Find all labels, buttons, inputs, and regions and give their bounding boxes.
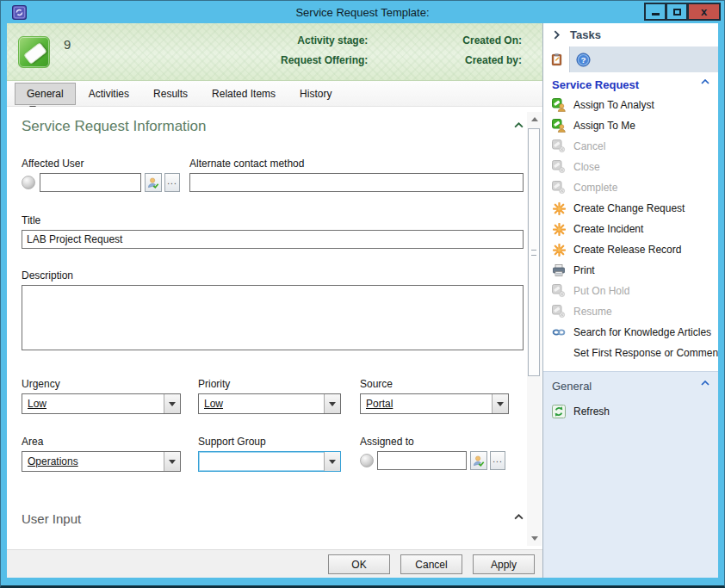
user-input-collapse-button[interactable] bbox=[514, 514, 524, 520]
description-label: Description bbox=[22, 269, 524, 282]
title-input[interactable] bbox=[22, 230, 524, 249]
tasks-title: Tasks bbox=[570, 28, 601, 41]
tab-general[interactable]: General bbox=[15, 83, 76, 105]
task-resume: Resume bbox=[543, 301, 718, 322]
task-icon bbox=[552, 222, 566, 236]
task-print[interactable]: Print bbox=[543, 260, 718, 281]
task-assign-to-analyst[interactable]: Assign To Analyst bbox=[543, 95, 718, 115]
person-check-icon bbox=[473, 455, 486, 467]
task-label: Create Incident bbox=[573, 223, 643, 235]
support-group-dropdown-arrow[interactable] bbox=[324, 452, 340, 471]
service-request-task-section: Service Request bbox=[543, 72, 718, 371]
close-button[interactable]: x bbox=[687, 3, 721, 21]
description-textarea[interactable] bbox=[22, 285, 524, 350]
minimize-button[interactable] bbox=[644, 3, 666, 21]
task-icon bbox=[552, 263, 566, 277]
task-icon bbox=[552, 119, 566, 133]
task-icon bbox=[552, 405, 566, 418]
assigned-to-picker-button[interactable] bbox=[470, 451, 487, 470]
section-collapse-button[interactable] bbox=[514, 122, 524, 128]
task-label: Print bbox=[573, 264, 595, 276]
urgency-label: Urgency bbox=[22, 378, 181, 390]
general-collapse-button[interactable] bbox=[701, 381, 710, 386]
triangle-down-icon bbox=[531, 536, 538, 541]
task-create-incident[interactable]: Create Incident bbox=[543, 219, 718, 239]
section-heading-service-request-information: Service Request Information bbox=[22, 118, 524, 135]
source-dropdown[interactable]: Portal bbox=[360, 393, 509, 414]
task-set-first-response-or-comment[interactable]: Set First Response or Comment bbox=[543, 343, 718, 363]
help-button[interactable]: ? bbox=[570, 46, 597, 72]
task-label: Put On Hold bbox=[573, 285, 629, 297]
tasks-pane: Tasks ? bbox=[542, 23, 718, 578]
task-assign-to-me[interactable]: Assign To Me bbox=[543, 115, 718, 136]
task-refresh[interactable]: Refresh bbox=[543, 401, 718, 422]
area-dropdown[interactable]: Operations bbox=[22, 451, 181, 472]
window-title: Service Request Template: bbox=[1, 6, 724, 19]
urgency-dropdown-arrow[interactable] bbox=[164, 394, 180, 413]
chevron-down-icon bbox=[169, 460, 176, 464]
task-icon bbox=[552, 181, 566, 195]
task-label: Cancel bbox=[573, 140, 605, 152]
task-label: Close bbox=[573, 161, 600, 173]
tasks-expander[interactable] bbox=[554, 30, 560, 40]
task-create-release-record[interactable]: Create Release Record bbox=[543, 239, 718, 260]
alternate-contact-input[interactable] bbox=[189, 173, 524, 192]
urgency-value: Low bbox=[22, 394, 164, 413]
task-label: Complete bbox=[573, 182, 617, 194]
scrollbar-thumb[interactable] bbox=[528, 128, 540, 376]
service-request-collapse-button[interactable] bbox=[701, 79, 710, 84]
affected-user-input[interactable] bbox=[40, 173, 141, 192]
task-label: Create Change Request bbox=[573, 202, 685, 214]
task-search-for-knowledge-articles[interactable]: Search for Knowledge Articles bbox=[543, 322, 718, 343]
tab-results[interactable]: Results bbox=[142, 84, 199, 104]
tab-activities[interactable]: Activities bbox=[77, 84, 140, 104]
activity-stage-label: Activity stage: bbox=[71, 34, 368, 46]
priority-label: Priority bbox=[198, 378, 341, 390]
general-task-list: Refresh bbox=[543, 401, 718, 422]
assigned-to-input[interactable] bbox=[377, 451, 467, 470]
task-icon bbox=[552, 325, 566, 339]
ok-button[interactable]: OK bbox=[328, 554, 390, 574]
area-dropdown-arrow[interactable] bbox=[164, 452, 180, 471]
task-label: Refresh bbox=[573, 405, 610, 418]
maximize-button[interactable] bbox=[666, 3, 687, 21]
cancel-button[interactable]: Cancel bbox=[400, 554, 462, 574]
assigned-to-browse-button[interactable]: ... bbox=[490, 451, 505, 470]
service-request-icon bbox=[18, 36, 50, 68]
task-label: Assign To Me bbox=[573, 120, 635, 132]
priority-dropdown[interactable]: Low bbox=[198, 393, 341, 414]
task-close: Close bbox=[543, 157, 718, 177]
task-icon bbox=[552, 284, 566, 298]
affected-user-picker-button[interactable] bbox=[145, 173, 162, 192]
priority-dropdown-arrow[interactable] bbox=[324, 394, 340, 413]
assigned-to-label: Assigned to bbox=[360, 436, 509, 448]
task-put-on-hold: Put On Hold bbox=[543, 281, 718, 301]
affected-user-browse-button[interactable]: ... bbox=[164, 173, 180, 192]
footer-button-bar: OK Cancel Apply bbox=[7, 549, 542, 578]
request-offering-label: Request Offering: bbox=[71, 54, 368, 66]
priority-value: Low bbox=[199, 394, 324, 413]
task-icon bbox=[552, 201, 566, 215]
task-icon bbox=[552, 98, 566, 112]
section-heading-user-input: User Input bbox=[22, 511, 524, 526]
task-complete: Complete bbox=[543, 177, 718, 198]
affected-user-presence-icon bbox=[22, 176, 35, 189]
tab-related-items[interactable]: Related Items bbox=[201, 84, 287, 104]
chevron-down-icon bbox=[497, 402, 504, 406]
content-scrollbar[interactable] bbox=[527, 112, 542, 546]
apply-button[interactable]: Apply bbox=[473, 554, 535, 574]
tasks-toolbar: ? bbox=[543, 46, 718, 72]
urgency-dropdown[interactable]: Low bbox=[22, 393, 181, 414]
tasks-tab-button[interactable] bbox=[543, 46, 570, 72]
form-pane: 9 Activity stage: Created On: Request Of… bbox=[7, 23, 542, 578]
scrollbar-down-button[interactable] bbox=[527, 531, 542, 546]
service-request-section-header: Service Request bbox=[543, 72, 718, 95]
task-label: Assign To Analyst bbox=[573, 99, 654, 111]
task-label: Create Release Record bbox=[573, 244, 681, 256]
support-group-dropdown[interactable] bbox=[198, 451, 341, 472]
scrollbar-up-button[interactable] bbox=[527, 112, 542, 127]
task-create-change-request[interactable]: Create Change Request bbox=[543, 198, 718, 219]
task-label: Resume bbox=[573, 306, 612, 318]
tab-history[interactable]: History bbox=[288, 84, 343, 104]
source-dropdown-arrow[interactable] bbox=[492, 394, 508, 413]
